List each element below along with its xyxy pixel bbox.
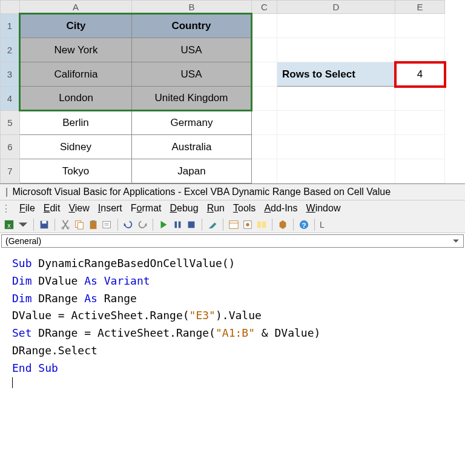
cell-d3[interactable]: Rows to Select [277,62,395,87]
chevron-down-icon [452,237,460,245]
row-header-1[interactable]: 1 [1,14,20,38]
col-header-c[interactable]: C [252,1,277,14]
find-icon[interactable] [102,219,113,230]
cell-e2[interactable] [395,38,445,62]
menu-window[interactable]: Window [306,203,341,214]
vbe-scope-dropdown[interactable]: (General) [1,234,464,248]
row-header-5[interactable]: 5 [1,111,20,135]
menu-view[interactable]: View [68,203,89,214]
menu-tools[interactable]: Tools [233,203,256,214]
cell-c2[interactable] [252,38,277,62]
cell-e4[interactable] [395,87,445,111]
vbe-toolbar: x ? L [0,217,465,233]
properties-icon[interactable] [242,219,253,230]
cut-icon[interactable] [60,219,71,230]
menu-file[interactable]: File [19,203,35,214]
object-browser-icon[interactable] [256,219,267,230]
vbe-window: | Microsoft Visual Basic for Application… [0,183,465,394]
undo-icon[interactable] [123,219,134,230]
cell-d4[interactable] [277,87,395,111]
toolbar-line-col: L [320,220,325,230]
excel-grid: A B C D E 1 City Country 2 New York USA … [0,0,465,183]
svg-point-16 [246,223,249,226]
design-mode-icon[interactable] [207,219,218,230]
redo-icon[interactable] [137,219,148,230]
svg-text:?: ? [302,221,306,229]
svg-text:x: x [7,222,11,229]
cell-d5[interactable] [277,111,395,135]
cell-b3[interactable]: USA [132,62,252,87]
project-explorer-icon[interactable] [228,219,239,230]
col-header-a[interactable]: A [20,1,132,14]
run-icon[interactable] [158,219,169,230]
svg-rect-18 [262,222,266,228]
pause-icon[interactable] [172,219,183,230]
cell-e6[interactable] [395,135,445,159]
cell-c3[interactable] [252,62,277,87]
vbe-code-pane[interactable]: Sub DynamicRangeBasedOnCellValue() Dim D… [0,249,465,394]
svg-rect-10 [103,222,111,228]
svg-rect-17 [257,222,261,228]
cell-b4[interactable]: United Kingdom [132,87,252,111]
cell-c4[interactable] [252,87,277,111]
copy-icon[interactable] [74,219,85,230]
svg-rect-9 [91,220,94,222]
svg-rect-11 [175,222,177,228]
row-header-6[interactable]: 6 [1,135,20,159]
cell-d6[interactable] [277,135,395,159]
menu-run[interactable]: Run [207,203,225,214]
col-header-e[interactable]: E [395,1,445,14]
cell-a1[interactable]: City [20,14,132,38]
cell-a3[interactable]: California [20,62,132,87]
cell-b2[interactable]: USA [132,38,252,62]
row-header-3[interactable]: 3 [1,62,20,87]
cell-c1[interactable] [252,14,277,38]
cell-e1[interactable] [395,14,445,38]
cell-c6[interactable] [252,135,277,159]
dropdown-icon[interactable] [18,219,28,230]
cell-b6[interactable]: Australia [132,135,252,159]
cell-a7[interactable]: Tokyo [20,159,132,183]
menu-edit[interactable]: Edit [44,203,61,214]
cell-a5[interactable]: Berlin [20,111,132,135]
cell-b1[interactable]: Country [132,14,252,38]
cell-b7[interactable]: Japan [132,159,252,183]
help-icon[interactable]: ? [298,219,309,230]
svg-rect-8 [90,221,97,230]
vbe-title: Microsoft Visual Basic for Applications … [12,187,391,197]
svg-rect-3 [42,221,46,224]
paste-icon[interactable] [88,219,99,230]
col-header-b[interactable]: B [132,1,252,14]
vbe-menu-bar: ⋮ File Edit View Insert Format Debug Run… [0,200,465,217]
cell-d7[interactable] [277,159,395,183]
select-all-corner[interactable] [1,1,20,14]
cell-c5[interactable] [252,111,277,135]
menu-addins[interactable]: Add-Ins [264,203,297,214]
row-header-2[interactable]: 2 [1,38,20,62]
menu-debug[interactable]: Debug [170,203,199,214]
row-header-7[interactable]: 7 [1,159,20,183]
vbe-title-bar: | Microsoft Visual Basic for Application… [0,184,465,200]
col-header-d[interactable]: D [277,1,395,14]
svg-rect-12 [179,222,181,228]
toolbox-icon[interactable] [277,219,288,230]
svg-rect-13 [188,222,195,228]
menu-format[interactable]: Format [131,203,162,214]
excel-icon[interactable]: x [4,219,15,230]
svg-rect-14 [229,221,238,229]
cell-e7[interactable] [395,159,445,183]
cell-e3[interactable]: 4 [395,62,445,87]
menu-insert[interactable]: Insert [98,203,122,214]
save-icon[interactable] [39,219,50,230]
stop-icon[interactable] [186,219,197,230]
cell-a6[interactable]: Sidney [20,135,132,159]
cell-c7[interactable] [252,159,277,183]
cell-d1[interactable] [277,14,395,38]
row-header-4[interactable]: 4 [1,87,20,111]
cell-b5[interactable]: Germany [132,111,252,135]
svg-rect-7 [78,222,83,229]
cell-a2[interactable]: New York [20,38,132,62]
cell-d2[interactable] [277,38,395,62]
cell-a4[interactable]: London [20,87,132,111]
cell-e5[interactable] [395,111,445,135]
